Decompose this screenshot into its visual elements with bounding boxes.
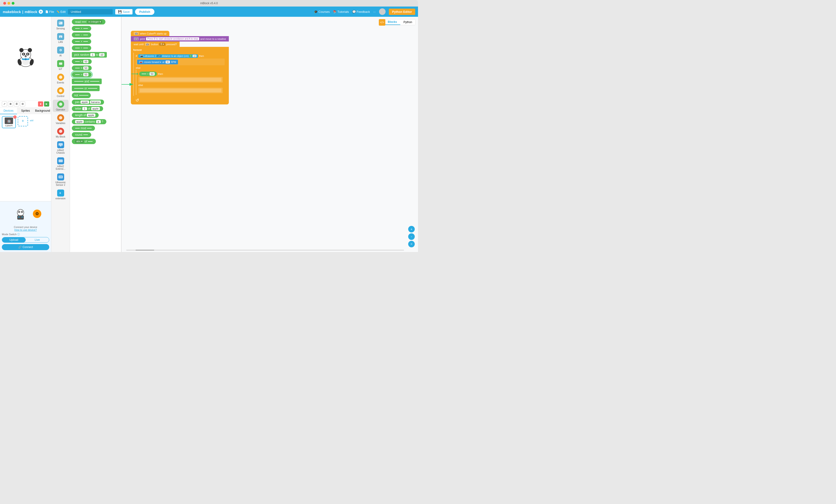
block-length[interactable]: length of apple — [72, 113, 99, 118]
svg-point-10 — [25, 55, 26, 56]
category-control[interactable]: Control — [53, 86, 69, 98]
category-mbot2chassis[interactable]: mBot2 Chassis — [53, 140, 69, 155]
document-title-input[interactable] — [68, 9, 113, 15]
category-mbot2ext[interactable]: mBot2 Extensi... — [53, 156, 69, 171]
close-button[interactable] — [3, 2, 6, 5]
block-abs[interactable]: abs ▾ of — [72, 139, 96, 144]
feedback-menu[interactable]: 💬 Feedback — [352, 10, 370, 14]
variables-icon — [57, 114, 64, 121]
category-lan[interactable]: LAN — [53, 32, 69, 44]
zoom-out-button[interactable]: - — [408, 233, 415, 240]
block-mod[interactable]: mod — [72, 125, 95, 131]
upload-tab[interactable]: Upload — [2, 237, 26, 243]
category-ultrasonic[interactable]: Ultrasonic Sensor 2 — [53, 173, 69, 187]
svg-point-19 — [19, 211, 20, 212]
grid-view-button[interactable]: ⊞ — [8, 101, 13, 106]
svg-point-8 — [23, 54, 24, 54]
category-events[interactable]: Events — [53, 73, 69, 85]
block-div[interactable]: ÷ — [72, 45, 91, 51]
block-lt[interactable]: < 50 — [72, 65, 92, 71]
tab-python[interactable]: Python — [400, 19, 415, 25]
maximize-button[interactable] — [12, 2, 15, 5]
block-add[interactable]: + — [72, 26, 91, 31]
block-read[interactable]: read in integer ▾ — [72, 19, 106, 24]
how-to-use-link[interactable]: How to use device? — [2, 229, 49, 231]
trigger-block[interactable]: 🤖 when CyberPi starts up — [131, 31, 169, 36]
device-tabs: Devices Sprites Background — [0, 108, 51, 114]
stop-button[interactable]: ■ — [38, 101, 43, 106]
mblock-icon: ⚙ — [39, 9, 43, 14]
block-letter[interactable]: letter 1 of apple — [72, 106, 103, 111]
if-block[interactable]: if 📷 ultrasonic 2 1 ▾ distance to an obj… — [133, 53, 227, 96]
devices-area: × 🤖 CyberPi + add — [0, 114, 51, 201]
save-button[interactable]: 💾 Save — [115, 9, 133, 15]
lan-icon — [57, 33, 64, 40]
workspace[interactable]: Blocks Python </> 🤖 when CyberPi starts … — [121, 17, 418, 252]
svg-point-41 — [59, 176, 60, 177]
code-icon-button[interactable]: </> — [379, 19, 385, 26]
block-gt[interactable]: > 50 — [72, 59, 92, 64]
window-controls[interactable] — [3, 2, 15, 5]
nested-else-body — [138, 88, 223, 93]
horizontal-scrollbar[interactable] — [126, 250, 404, 251]
upload-live-toggle[interactable]: Upload Live — [2, 237, 49, 243]
block-and[interactable]: and — [72, 79, 102, 84]
moves-forward-block[interactable]: 🚗 moves forward ▾ at 50 RPM — [137, 60, 178, 64]
scroll-thumb[interactable] — [135, 250, 154, 251]
else-label-1: else — [136, 66, 225, 70]
else-label-2: else — [138, 83, 223, 87]
block-contains[interactable]: apple contains a ? — [72, 119, 107, 124]
block-not[interactable]: not — [72, 93, 91, 98]
tile-view-button[interactable]: ⊟ — [20, 101, 25, 106]
block-join[interactable]: join apple banana — [72, 99, 104, 105]
zoom-controls: + - = — [408, 226, 415, 247]
python-editor-button[interactable]: Python Editor — [389, 8, 415, 15]
block-or[interactable]: or — [72, 85, 100, 91]
cyberpi-device[interactable]: × 🤖 CyberPi — [2, 116, 16, 128]
if-condition[interactable]: 📷 ultrasonic 2 1 ▾ distance to an object… — [138, 54, 198, 58]
tab-sprites[interactable]: Sprites — [17, 108, 34, 114]
block-mul[interactable]: × — [72, 39, 91, 44]
zoom-in-button[interactable]: + — [408, 226, 415, 232]
print-block[interactable]: 🤖 print Press B to start obstacle avoida… — [131, 36, 229, 41]
category-variables[interactable]: Variables — [53, 113, 69, 125]
edit-menu[interactable]: ✏️ Edit — [56, 10, 65, 14]
block-round[interactable]: round — [72, 132, 91, 137]
sprite-preview: ⚙ — [2, 203, 49, 224]
user-avatar[interactable] — [379, 8, 385, 15]
svg-rect-22 — [18, 217, 20, 217]
sensing-label: Sensing — [56, 27, 64, 30]
nested-if-body — [138, 77, 223, 82]
tab-background[interactable]: Background — [34, 108, 51, 114]
full-screen-button[interactable]: ⤢ — [2, 101, 7, 106]
nested-if-block[interactable]: = 50 then else — [136, 70, 225, 95]
eq-condition[interactable]: = 50 — [139, 72, 157, 76]
go-button[interactable]: ▶ — [44, 101, 49, 106]
courses-menu[interactable]: 🎓 Courses — [314, 10, 329, 14]
block-pick-random[interactable]: pick random 1 to 10 — [72, 52, 107, 58]
wait-until-block[interactable]: wait until 🤖 button B ▾ pressed? — [131, 41, 179, 47]
connect-button[interactable]: 🔗 Connect — [2, 244, 49, 250]
live-tab[interactable]: Live — [26, 237, 49, 243]
forever-block[interactable]: forever if 📷 ultrasonic 2 1 ▾ distance t… — [131, 47, 229, 104]
category-extension[interactable]: + extension — [53, 189, 69, 201]
minimize-button[interactable] — [7, 2, 10, 5]
tutorials-menu[interactable]: 📚 Tutorials — [333, 10, 349, 14]
category-iot[interactable]: IoT — [53, 59, 69, 71]
remove-device-button[interactable]: × — [13, 115, 17, 119]
block-eq[interactable]: = 50 — [72, 72, 92, 77]
tab-devices[interactable]: Devices — [0, 108, 17, 114]
list-view-button[interactable]: ☰ — [14, 101, 19, 106]
category-sensing[interactable]: Sensing — [53, 19, 69, 31]
more-menu[interactable]: ··· — [373, 10, 376, 14]
publish-button[interactable]: Publish — [135, 8, 154, 15]
block-sub[interactable]: − — [72, 33, 91, 38]
category-myblock[interactable]: My Block — [53, 127, 69, 139]
tab-blocks[interactable]: Blocks — [384, 19, 400, 25]
category-ai[interactable]: AI — [53, 46, 69, 58]
category-operator[interactable]: Operator — [53, 100, 69, 112]
file-menu[interactable]: 📄 File — [45, 10, 54, 14]
zoom-reset-button[interactable]: = — [408, 241, 415, 247]
add-device-button[interactable]: + — [18, 116, 28, 127]
categories-panel: Sensing LAN AI IoT Events — [51, 17, 70, 252]
